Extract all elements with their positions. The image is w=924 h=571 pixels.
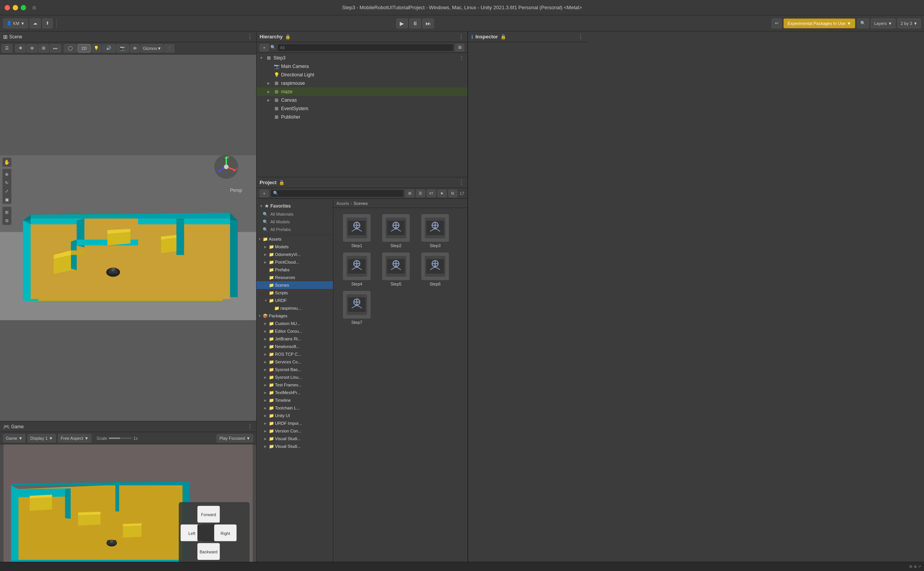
scene-tool-gizmos-dropdown[interactable]: Gizmos▼: [141, 44, 164, 53]
fav-item-materials[interactable]: 🔍 All Materials: [257, 210, 333, 218]
hierarchy-item-directional-light[interactable]: 💡 Directional Light: [257, 71, 467, 79]
display-dropdown[interactable]: Display 1 ▼: [28, 434, 56, 442]
asset-step4[interactable]: Step4: [339, 252, 374, 286]
scene-tool-dots[interactable]: •••: [50, 44, 61, 53]
tree-item-toolchain[interactable]: ▶ 📁 Toolchain L...: [257, 404, 333, 412]
inspector-lock-icon[interactable]: 🔒: [500, 34, 506, 40]
maximize-button[interactable]: [21, 5, 26, 10]
undo-button[interactable]: ↩: [772, 18, 782, 28]
asset-step1[interactable]: Step1: [339, 214, 374, 248]
tree-item-scenes[interactable]: 📁 Scenes: [257, 281, 333, 289]
game-dropdown-label[interactable]: Game ▼: [3, 434, 25, 442]
project-icon-view[interactable]: ⊞: [405, 190, 414, 197]
fav-item-prefabs[interactable]: 🔍 All Prefabs: [257, 226, 333, 233]
layers-button[interactable]: Layers ▼: [871, 18, 896, 28]
scene-tool-light[interactable]: 💡: [91, 44, 101, 53]
experimental-pkg-button[interactable]: Experimental Packages In Use ▼: [783, 18, 855, 28]
scene-panel-menu[interactable]: ⋮: [247, 33, 253, 40]
tree-item-resources[interactable]: 📁 Resources: [257, 274, 333, 281]
scene-tool-move[interactable]: ✥: [15, 44, 26, 53]
tree-item-sysroot-linu[interactable]: ▶ 📁 Sysroot Linu...: [257, 373, 333, 381]
tree-item-sysroot-bas[interactable]: ▶ 📁 Sysroot Bas...: [257, 366, 333, 373]
minimize-button[interactable]: [13, 5, 18, 10]
game-tab[interactable]: 🎮 Game: [3, 424, 24, 430]
aspect-dropdown[interactable]: Free Aspect ▼: [58, 434, 91, 442]
hierarchy-item-canvas[interactable]: ▶ ⊞ Canvas: [257, 96, 467, 104]
account-button[interactable]: 👤 KM ▼: [3, 18, 28, 28]
scene-tool-camera[interactable]: 📷: [116, 44, 129, 53]
cloud-button[interactable]: ☁: [30, 18, 41, 28]
tree-item-textmeshpro[interactable]: ▶ 📁 TextMeshPr...: [257, 389, 333, 396]
hierarchy-lock-icon[interactable]: 🔒: [285, 34, 291, 40]
scene-root-menu[interactable]: ⋮: [459, 55, 464, 61]
tree-item-jetbrains[interactable]: ▶ 📁 JetBrains Ri...: [257, 335, 333, 343]
hierarchy-add-button[interactable]: +: [260, 44, 269, 51]
tree-item-models[interactable]: ▶ 📁 Models: [257, 243, 333, 251]
pause-button[interactable]: ⏸: [409, 18, 421, 28]
asset-step5[interactable]: Step5: [379, 252, 413, 286]
scene-tool-circle[interactable]: ◯: [64, 44, 77, 53]
tree-item-raspimou[interactable]: 📁 raspimou...: [257, 304, 333, 312]
scene-view[interactable]: y x z Persp: [0, 54, 256, 421]
hierarchy-item-maze[interactable]: ▶ ⊞ maze: [257, 87, 467, 96]
scene-tool-2d[interactable]: 2D: [78, 44, 91, 53]
fav-item-models[interactable]: 🔍 All Models: [257, 218, 333, 226]
asset-step3[interactable]: Step3: [418, 214, 452, 248]
scene-tool-gizmos[interactable]: 👁: [130, 44, 140, 53]
hierarchy-item-raspimouse[interactable]: ▶ ⊞ raspimouse: [257, 79, 467, 87]
hierarchy-item-eventsystem[interactable]: ⊞ EventSystem: [257, 104, 467, 113]
tree-item-urdf-impor[interactable]: ▶ 📁 URDF Impor...: [257, 419, 333, 427]
tree-item-unity-ui[interactable]: ▶ 📁 Unity UI: [257, 412, 333, 419]
hierarchy-scene-root[interactable]: ▼ ⊞ Step3 ⋮: [257, 54, 467, 62]
asset-step6[interactable]: Step6: [418, 252, 452, 286]
close-button[interactable]: [5, 5, 10, 10]
hierarchy-item-publisher[interactable]: ⊞ Publisher: [257, 113, 467, 121]
scene-tool-pivot[interactable]: ⊕: [26, 44, 37, 53]
play-button[interactable]: ▶: [396, 18, 408, 28]
scene-tool-hand[interactable]: ☰: [2, 44, 12, 53]
project-filter[interactable]: 🏷: [427, 190, 436, 197]
scene-tool-more[interactable]: ⋮: [164, 44, 174, 53]
asset-step7[interactable]: Step7: [339, 291, 374, 325]
tree-item-editor-corou[interactable]: ▶ 📁 Editor Corou...: [257, 327, 333, 335]
tree-item-visual-studi-1[interactable]: ▶ 📁 Visual Studi...: [257, 435, 333, 442]
scale-slider[interactable]: [109, 437, 132, 439]
tree-item-services-co[interactable]: ▶ 📁 Services Co...: [257, 358, 333, 366]
tree-item-pointcloud[interactable]: ▶ 📁 PointCloud...: [257, 258, 333, 266]
tree-item-version-con[interactable]: ▶ 📁 Version Con...: [257, 427, 333, 435]
inspector-menu[interactable]: ⋮: [578, 33, 584, 40]
project-filter2[interactable]: ⧉: [448, 190, 457, 197]
project-menu[interactable]: ⋮: [458, 179, 464, 186]
breadcrumb-assets[interactable]: Assets: [336, 201, 349, 206]
step-button[interactable]: ⏭: [422, 18, 434, 28]
play-focused-dropdown[interactable]: Play Focused ▼: [217, 434, 253, 442]
tree-item-odometry[interactable]: ▶ 📁 OdometryVi...: [257, 251, 333, 258]
tree-item-assets[interactable]: ▼ 📁 Assets: [257, 235, 333, 243]
hierarchy-search-input[interactable]: [277, 44, 454, 51]
hierarchy-search-expand[interactable]: ⊞: [455, 44, 464, 51]
scene-tab[interactable]: ⊞ Scene: [3, 34, 22, 40]
tree-item-timeline[interactable]: ▶ 📁 Timeline: [257, 396, 333, 404]
tree-item-packages[interactable]: ▼ 📦 Packages: [257, 312, 333, 320]
hierarchy-menu[interactable]: ⋮: [458, 33, 464, 40]
project-add-button[interactable]: +: [260, 190, 269, 197]
project-lock-icon[interactable]: 🔒: [279, 180, 285, 185]
game-panel-menu[interactable]: ⋮: [247, 423, 253, 430]
project-star[interactable]: ★: [437, 190, 447, 197]
search-button[interactable]: 🔍: [857, 18, 869, 28]
project-search-input[interactable]: [280, 191, 401, 196]
project-list-view[interactable]: ☰: [416, 190, 425, 197]
tree-item-newtonsoft[interactable]: ▶ 📁 Newtonsoft...: [257, 343, 333, 350]
asset-step2[interactable]: Step2: [379, 214, 413, 248]
tree-item-prefabs[interactable]: 📁 Prefabs: [257, 266, 333, 274]
traffic-lights[interactable]: [5, 5, 26, 10]
tree-item-test-framev[interactable]: ▶ 📁 Test Framev...: [257, 381, 333, 389]
scene-tool-audio[interactable]: 🔊: [102, 44, 115, 53]
layout-button[interactable]: 2 by 3 ▼: [897, 18, 921, 28]
tree-item-visual-studi-2[interactable]: ▶ 📁 Visual Studi...: [257, 442, 333, 450]
hierarchy-item-main-camera[interactable]: 📷 Main Camera: [257, 62, 467, 71]
collab-button[interactable]: ⬆: [42, 18, 53, 28]
tree-item-ros-tcp[interactable]: ▶ 📁 ROS TCP C...: [257, 350, 333, 358]
scene-tool-grid[interactable]: ⊞: [38, 44, 49, 53]
tree-item-custom-nu[interactable]: ▶ 📁 Custom NU...: [257, 320, 333, 327]
